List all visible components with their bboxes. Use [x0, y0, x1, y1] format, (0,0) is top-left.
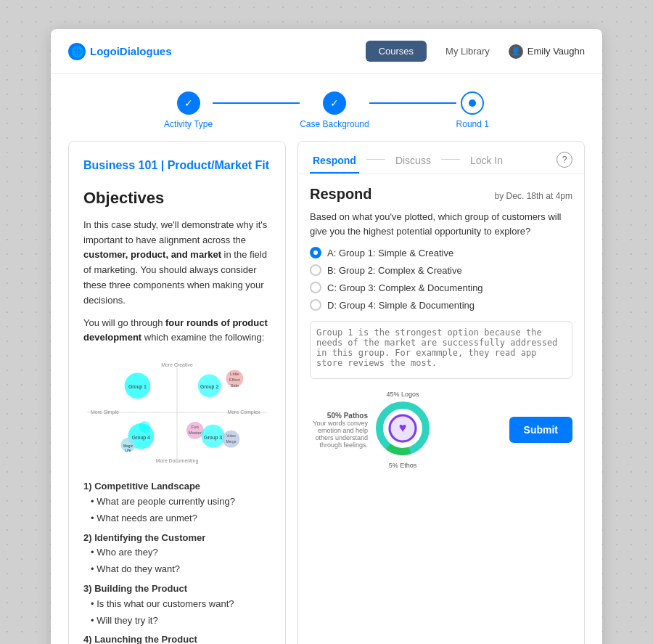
option-d[interactable]: D: Group 4: Simple & Documenting [310, 299, 572, 311]
step-line-1 [213, 102, 300, 104]
step-label-1: Activity Type [164, 119, 213, 129]
objectives-title: Objectives [83, 185, 271, 211]
due-date: by Dec. 18th at 4pm [495, 191, 572, 201]
step-label-3: Round 1 [456, 119, 489, 129]
globe-icon: 🌐 [68, 43, 86, 60]
svg-text:Effect: Effect [229, 378, 240, 382]
app-container: 🌐 LogoiDialogues Courses My Library 👤 Em… [51, 29, 602, 644]
option-b[interactable]: B: Group 2: Complex & Creative [310, 264, 572, 276]
svg-text:Master: Master [189, 431, 202, 435]
svg-text:Group 2: Group 2 [200, 384, 218, 390]
step-circle-1: ✓ [177, 91, 200, 115]
svg-text:Little: Little [230, 372, 239, 377]
user-name: Emily Vaughn [527, 46, 585, 57]
help-button[interactable]: ? [557, 152, 572, 168]
pathos-legend: 50% Pathos Your words convey emotion and… [310, 412, 368, 449]
step-case-background: ✓ Case Background [300, 91, 369, 129]
radio-dot-b [310, 264, 321, 276]
svg-text:Life: Life [126, 449, 131, 452]
svg-point-19 [139, 421, 150, 433]
numbered-sections: 1) Competitive Landscape What are people… [83, 479, 271, 644]
chart-wrapper: 50% Pathos Your words convey emotion and… [310, 391, 438, 469]
response-textarea[interactable] [310, 321, 572, 379]
ethos-pct-label: 5% Ethos [374, 462, 432, 469]
left-panel: Business 101 | Product/Market Fit Object… [68, 141, 286, 644]
svg-text:Side: Side [230, 383, 239, 388]
content-area: Business 101 | Product/Market Fit Object… [51, 141, 602, 644]
svg-text:Merge: Merge [226, 440, 236, 444]
respond-header: Respond by Dec. 18th at 4pm [310, 186, 572, 203]
section-3: 3) Building the Product Is this what our… [83, 582, 271, 628]
tab-bar: Respond —— Discuss —— Lock In ? [298, 142, 584, 174]
svg-text:Group 4: Group 4 [132, 435, 150, 441]
option-c[interactable]: C: Group 3: Complex & Documenting [310, 282, 572, 293]
tab-lock-in[interactable]: Lock In [467, 150, 506, 174]
step-round1: Round 1 [456, 91, 489, 129]
step-circle-2: ✓ [323, 91, 346, 115]
radio-dot-c [310, 282, 321, 293]
donut-chart: 45% Logos ♥ [374, 391, 432, 469]
nav-buttons: Courses My Library 👤 Emily Vaughn [366, 41, 585, 62]
svg-text:Magic: Magic [123, 444, 134, 448]
option-a[interactable]: A: Group 1: Simple & Creative [310, 247, 572, 258]
svg-text:More Documenting: More Documenting [156, 459, 199, 465]
logos-pct-label: 45% Logos [374, 391, 432, 398]
svg-text:Group 3: Group 3 [204, 435, 222, 441]
section-4: 4) Launching the Product How to advertis… [83, 632, 271, 644]
radio-dot-d [310, 299, 321, 311]
step-line-2 [369, 102, 456, 104]
right-panel: Respond —— Discuss —— Lock In ? Respond … [297, 141, 585, 644]
radio-dot-a [310, 247, 321, 258]
library-button[interactable]: My Library [432, 41, 503, 62]
section-1: 1) Competitive Landscape What are people… [83, 479, 271, 526]
respond-title: Respond [310, 186, 372, 203]
scatter-svg: More Creative More Documenting More Simp… [83, 354, 271, 470]
scatter-chart: More Creative More Documenting More Simp… [83, 354, 271, 470]
logo-text: LogoiDialogues [90, 45, 172, 57]
submit-button[interactable]: Submit [509, 417, 572, 443]
respond-content: Respond by Dec. 18th at 4pm Based on wha… [298, 174, 584, 481]
intro-paragraph: In this case study, we'll demonstrate wh… [83, 218, 271, 309]
user-area: 👤 Emily Vaughn [509, 44, 585, 59]
step-circle-3 [461, 91, 484, 115]
radio-options: A: Group 1: Simple & Creative B: Group 2… [310, 247, 572, 311]
svg-text:Group 1: Group 1 [128, 384, 147, 390]
svg-text:Fun: Fun [192, 425, 199, 429]
panel-title: Business 101 | Product/Market Fit [83, 156, 271, 175]
svg-text:More Complex: More Complex [227, 409, 260, 415]
user-icon: 👤 [509, 44, 523, 59]
section-2: 2) Identifying the Customer Who are they… [83, 531, 271, 577]
tab-discuss[interactable]: Discuss [393, 150, 434, 174]
courses-button[interactable]: Courses [366, 41, 427, 62]
svg-text:More Simple: More Simple [91, 409, 119, 415]
donut-svg: ♥ [374, 399, 432, 457]
progress-bar: ✓ Activity Type ✓ Case Background Round … [51, 74, 602, 141]
bottom-section: 50% Pathos Your words convey emotion and… [310, 391, 572, 469]
question-text: Based on what you've plotted, which grou… [310, 210, 572, 238]
svg-text:Video: Video [226, 434, 236, 438]
rounds-paragraph: You will go through four rounds of produ… [83, 316, 271, 346]
svg-text:♥: ♥ [399, 420, 407, 435]
logo-brand: Logoi [90, 45, 120, 57]
tab-respond[interactable]: Respond [310, 150, 359, 174]
header: 🌐 LogoiDialogues Courses My Library 👤 Em… [51, 29, 602, 74]
svg-text:More Creative: More Creative [161, 363, 193, 368]
step-label-2: Case Background [300, 119, 369, 129]
step-activity-type: ✓ Activity Type [164, 91, 213, 129]
logo-area: 🌐 LogoiDialogues [68, 43, 172, 60]
